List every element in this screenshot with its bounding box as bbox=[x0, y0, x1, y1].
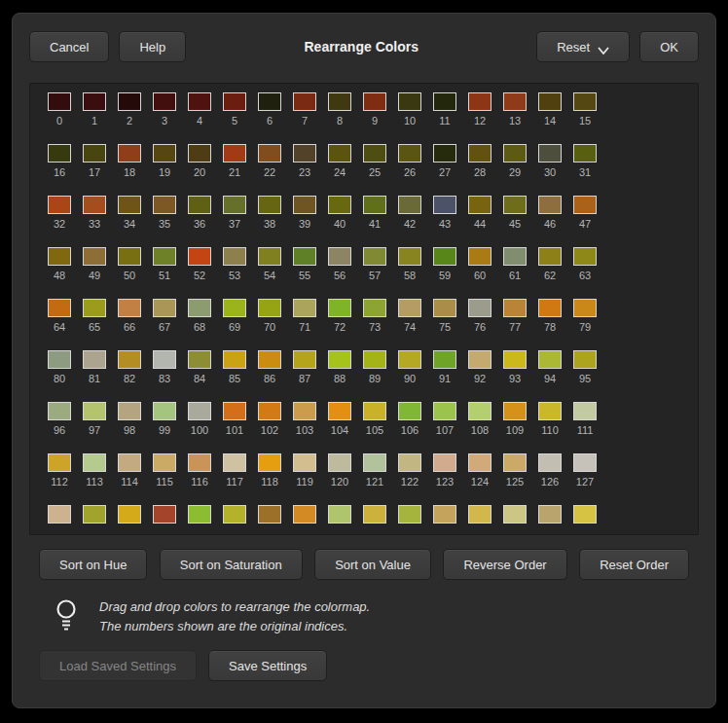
palette-swatch[interactable] bbox=[258, 402, 281, 420]
palette-swatch[interactable] bbox=[433, 350, 456, 369]
palette-swatch[interactable] bbox=[433, 144, 456, 163]
palette-swatch[interactable] bbox=[433, 247, 456, 266]
palette-swatch[interactable] bbox=[328, 92, 351, 111]
palette-swatch[interactable] bbox=[293, 144, 316, 163]
palette-swatch[interactable] bbox=[328, 350, 351, 369]
palette-swatch[interactable] bbox=[503, 350, 527, 369]
palette-swatch[interactable] bbox=[83, 402, 106, 420]
palette-swatch[interactable] bbox=[188, 505, 211, 524]
help-button[interactable]: Help bbox=[119, 31, 186, 62]
palette-swatch[interactable] bbox=[153, 144, 176, 163]
palette-swatch[interactable] bbox=[363, 247, 386, 266]
palette-swatch[interactable] bbox=[573, 505, 597, 524]
palette-swatch[interactable] bbox=[328, 144, 351, 163]
palette-swatch[interactable] bbox=[48, 299, 71, 317]
palette-swatch[interactable] bbox=[258, 505, 281, 524]
palette-swatch[interactable] bbox=[153, 196, 176, 214]
palette-swatch[interactable] bbox=[538, 247, 562, 266]
palette-swatch[interactable] bbox=[503, 299, 527, 317]
palette-swatch[interactable] bbox=[188, 453, 211, 472]
palette-swatch[interactable] bbox=[538, 402, 562, 420]
palette-swatch[interactable] bbox=[328, 247, 351, 266]
palette-swatch[interactable] bbox=[188, 92, 211, 111]
palette-swatch[interactable] bbox=[573, 350, 597, 369]
palette-swatch[interactable] bbox=[188, 247, 211, 266]
palette-swatch[interactable] bbox=[468, 247, 491, 266]
palette-swatch[interactable] bbox=[83, 144, 106, 163]
palette-swatch[interactable] bbox=[293, 453, 316, 472]
palette-swatch[interactable] bbox=[538, 453, 562, 472]
palette-swatch[interactable] bbox=[573, 299, 597, 317]
palette-swatch[interactable] bbox=[398, 402, 421, 420]
palette-swatch[interactable] bbox=[153, 350, 176, 369]
palette-swatch[interactable] bbox=[188, 299, 211, 317]
palette-swatch[interactable] bbox=[118, 350, 141, 369]
palette-swatch[interactable] bbox=[503, 402, 527, 420]
palette-swatch[interactable] bbox=[48, 92, 71, 111]
palette-swatch[interactable] bbox=[398, 453, 421, 472]
palette-swatch[interactable] bbox=[398, 350, 421, 369]
palette-swatch[interactable] bbox=[83, 196, 106, 214]
reverse-order-button[interactable]: Reverse Order bbox=[443, 549, 566, 580]
palette-swatch[interactable] bbox=[328, 196, 351, 214]
save-settings-button[interactable]: Save Settings bbox=[208, 650, 327, 681]
reset-order-button[interactable]: Reset Order bbox=[579, 549, 689, 580]
palette-swatch[interactable] bbox=[468, 92, 491, 111]
palette-swatch[interactable] bbox=[48, 505, 71, 524]
palette-swatch[interactable] bbox=[48, 144, 71, 163]
palette-swatch[interactable] bbox=[118, 247, 141, 266]
palette-swatch[interactable] bbox=[293, 350, 316, 369]
palette-swatch[interactable] bbox=[538, 196, 562, 214]
palette-swatch[interactable] bbox=[48, 350, 71, 369]
palette-swatch[interactable] bbox=[468, 299, 491, 317]
palette-swatch[interactable] bbox=[433, 196, 456, 214]
palette-swatch[interactable] bbox=[398, 299, 421, 317]
sort-on-saturation-button[interactable]: Sort on Saturation bbox=[160, 549, 303, 580]
palette-swatch[interactable] bbox=[398, 196, 421, 214]
palette-swatch[interactable] bbox=[468, 402, 491, 420]
palette-swatch[interactable] bbox=[118, 144, 141, 163]
palette-swatch[interactable] bbox=[398, 92, 421, 111]
palette-swatch[interactable] bbox=[258, 453, 281, 472]
palette-swatch[interactable] bbox=[293, 247, 316, 266]
palette-swatch[interactable] bbox=[153, 299, 176, 317]
palette-swatch[interactable] bbox=[293, 299, 316, 317]
palette-swatch[interactable] bbox=[468, 144, 491, 163]
palette-swatch[interactable] bbox=[503, 196, 527, 214]
palette-swatch[interactable] bbox=[188, 402, 211, 420]
palette-swatch[interactable] bbox=[538, 92, 562, 111]
palette-swatch[interactable] bbox=[83, 453, 106, 472]
palette-swatch[interactable] bbox=[223, 196, 246, 214]
palette-swatch[interactable] bbox=[188, 350, 211, 369]
palette-swatch[interactable] bbox=[363, 505, 386, 524]
palette-swatch[interactable] bbox=[363, 299, 386, 317]
palette-swatch[interactable] bbox=[83, 505, 106, 524]
ok-button[interactable]: OK bbox=[639, 31, 699, 62]
load-saved-settings-button[interactable]: Load Saved Settings bbox=[39, 650, 197, 681]
palette-swatch[interactable] bbox=[468, 505, 491, 524]
palette-swatch[interactable] bbox=[538, 350, 562, 369]
palette-swatch[interactable] bbox=[503, 144, 527, 163]
palette-swatch[interactable] bbox=[503, 92, 527, 111]
palette-swatch[interactable] bbox=[293, 505, 316, 524]
palette-swatch[interactable] bbox=[118, 196, 141, 214]
palette-swatch[interactable] bbox=[433, 299, 456, 317]
palette-swatch[interactable] bbox=[83, 350, 106, 369]
sort-on-hue-button[interactable]: Sort on Hue bbox=[39, 549, 147, 580]
palette-swatch[interactable] bbox=[83, 247, 106, 266]
palette-swatch[interactable] bbox=[468, 350, 491, 369]
palette-swatch[interactable] bbox=[503, 505, 527, 524]
palette-swatch[interactable] bbox=[573, 92, 597, 111]
palette-swatch[interactable] bbox=[538, 505, 562, 524]
palette-swatch[interactable] bbox=[363, 92, 386, 111]
palette-swatch[interactable] bbox=[433, 402, 456, 420]
palette-swatch[interactable] bbox=[468, 196, 491, 214]
palette-swatch[interactable] bbox=[223, 92, 246, 111]
palette-swatch[interactable] bbox=[153, 92, 176, 111]
palette-swatch[interactable] bbox=[293, 402, 316, 420]
palette-swatch[interactable] bbox=[328, 299, 351, 317]
palette-swatch[interactable] bbox=[573, 144, 597, 163]
palette-swatch[interactable] bbox=[293, 196, 316, 214]
palette-swatch[interactable] bbox=[223, 402, 246, 420]
palette-swatch[interactable] bbox=[48, 453, 71, 472]
